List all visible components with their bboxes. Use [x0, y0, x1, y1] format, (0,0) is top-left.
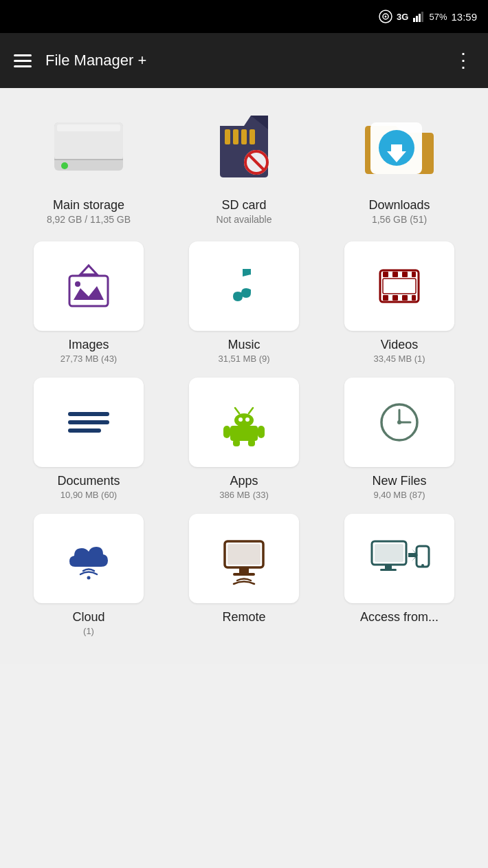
svg-rect-54: [239, 567, 249, 573]
svg-rect-11: [54, 159, 123, 160]
grid-row-2: Documents 10,90 MB (60): [11, 378, 477, 500]
network-type: 3G: [397, 12, 408, 22]
grid-row-3: Cloud (1) Remote: [11, 514, 477, 636]
access-from-icon-box: [344, 514, 454, 603]
documents-icon-box: [34, 378, 144, 467]
svg-rect-45: [233, 440, 240, 446]
videos-item[interactable]: Videos 33,45 MB (1): [331, 241, 468, 364]
svg-rect-35: [68, 420, 109, 424]
remote-icon: [217, 531, 271, 586]
documents-item[interactable]: Documents 10,90 MB (60): [20, 378, 157, 500]
documents-icon: [61, 398, 116, 446]
battery-percent: 57%: [429, 12, 447, 22]
sd-card-sub: Not available: [217, 214, 272, 225]
svg-rect-6: [421, 12, 423, 22]
new-files-icon-box: [344, 378, 454, 467]
svg-line-40: [235, 408, 239, 413]
svg-point-38: [239, 417, 243, 422]
videos-icon-box: [344, 241, 454, 331]
sd-card-item[interactable]: SD card Not available: [175, 102, 313, 225]
main-storage-item[interactable]: Main storage 8,92 GB / 11,35 GB: [20, 102, 157, 225]
svg-rect-34: [68, 412, 109, 416]
svg-point-39: [245, 417, 249, 422]
apps-label: Apps: [230, 474, 258, 488]
svg-line-41: [249, 408, 253, 413]
svg-rect-32: [412, 295, 416, 301]
main-storage-icon: [44, 102, 133, 191]
apps-icon-box: [189, 378, 299, 467]
svg-rect-60: [417, 546, 429, 567]
access-from-icon: [368, 531, 430, 586]
svg-rect-30: [392, 295, 398, 301]
svg-point-23: [75, 281, 80, 287]
remote-item[interactable]: Remote: [175, 514, 313, 636]
svg-point-51: [87, 576, 91, 580]
svg-rect-13: [233, 129, 239, 144]
status-bar: 3G 57% 13:59: [0, 0, 488, 33]
cloud-item[interactable]: Cloud (1): [20, 514, 157, 636]
hamburger-menu-button[interactable]: [14, 54, 32, 67]
images-item[interactable]: Images 27,73 MB (43): [20, 241, 157, 364]
access-from-label: Access from...: [360, 610, 439, 625]
music-item[interactable]: Music 31,51 MB (9): [175, 241, 313, 364]
access-from-item[interactable]: Access from...: [331, 514, 468, 636]
svg-rect-43: [223, 426, 230, 438]
app-bar: File Manager + ⋮: [0, 33, 488, 88]
apps-icon: [217, 398, 271, 446]
apps-sub: 386 MB (33): [219, 490, 269, 500]
hdd-icon: [47, 112, 130, 181]
svg-rect-29: [383, 295, 388, 301]
svg-rect-14: [241, 129, 247, 144]
cloud-label: Cloud: [72, 610, 104, 625]
svg-rect-25: [383, 272, 388, 277]
svg-rect-27: [402, 272, 408, 277]
downloads-item[interactable]: Downloads 1,56 GB (51): [331, 102, 468, 225]
music-icon-box: [189, 241, 299, 331]
remote-label: Remote: [222, 610, 265, 625]
videos-icon: [372, 262, 427, 310]
svg-rect-55: [233, 573, 255, 576]
status-icons: 3G 57% 13:59: [379, 10, 477, 23]
cloud-sub: (1): [83, 626, 94, 636]
sd-card-label: SD card: [221, 198, 266, 213]
svg-point-10: [61, 162, 68, 169]
svg-rect-31: [402, 295, 408, 301]
svg-rect-57: [375, 544, 403, 562]
remote-icon-box: [189, 514, 299, 603]
svg-rect-44: [258, 426, 265, 438]
svg-point-50: [397, 420, 401, 424]
svg-rect-37: [234, 413, 254, 427]
videos-label: Videos: [381, 338, 419, 352]
sd-card-icon: [199, 102, 289, 191]
cloud-icon: [61, 531, 116, 586]
svg-rect-46: [248, 440, 255, 446]
svg-rect-4: [416, 16, 418, 22]
new-files-label: New Files: [372, 474, 426, 488]
cloud-icon-box: [34, 514, 144, 603]
images-sub: 27,73 MB (43): [60, 354, 117, 364]
main-storage-sub: 8,92 GB / 11,35 GB: [47, 214, 131, 225]
app-title: File Manager +: [45, 52, 146, 69]
cast-icon: [379, 10, 392, 23]
new-files-sub: 9,40 MB (87): [373, 490, 425, 500]
new-files-icon: [372, 398, 427, 446]
downloads-label: Downloads: [368, 198, 430, 213]
downloads-icon: [355, 102, 444, 191]
time: 13:59: [451, 11, 477, 23]
svg-rect-58: [385, 565, 392, 569]
svg-rect-53: [228, 544, 260, 565]
more-options-button[interactable]: ⋮: [454, 51, 474, 70]
videos-sub: 33,45 MB (1): [373, 354, 425, 364]
sd-icon: [210, 109, 278, 184]
storage-row: Main storage 8,92 GB / 11,35 GB: [11, 102, 477, 225]
documents-label: Documents: [57, 474, 120, 488]
svg-rect-33: [383, 279, 416, 294]
apps-item[interactable]: Apps 386 MB (33): [175, 378, 313, 500]
main-storage-label: Main storage: [53, 198, 124, 213]
svg-rect-15: [249, 129, 255, 144]
downloads-svg: [358, 109, 441, 184]
svg-rect-22: [69, 276, 108, 306]
svg-rect-28: [412, 272, 416, 277]
images-icon-box: [34, 241, 144, 331]
new-files-item[interactable]: New Files 9,40 MB (87): [331, 378, 468, 500]
